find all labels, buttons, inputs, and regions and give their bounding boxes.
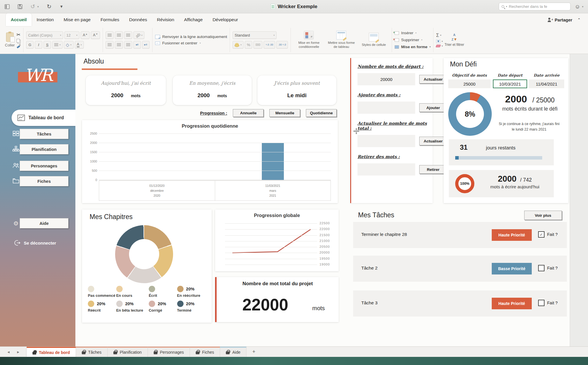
add-words-input[interactable] [357, 102, 415, 114]
font-color-button[interactable]: A▾ [75, 41, 84, 48]
feedback-dropdown-icon[interactable]: ▾ [582, 5, 583, 8]
cut-icon[interactable]: ✂ [17, 32, 21, 37]
decrease-decimal-button[interactable]: .00 +.0 [276, 41, 288, 48]
align-middle-button[interactable] [115, 31, 123, 39]
date-depart-header: Date départ [492, 73, 528, 77]
date-depart-cell-selected[interactable]: 10/03/2021 [493, 79, 527, 88]
fill-down-icon[interactable]: ▼ [436, 39, 440, 43]
align-top-button[interactable] [106, 31, 114, 39]
voir-plus-button[interactable]: Voir plus [524, 211, 562, 220]
search-scope-dropdown-icon[interactable]: ▾ [506, 5, 507, 8]
increase-decimal-button[interactable]: +.0 .00 [264, 41, 275, 48]
copy-icon[interactable] [17, 39, 20, 43]
date-arrivee-cell[interactable]: 11/04/2021 [529, 79, 564, 88]
underline-button[interactable]: S [43, 41, 51, 48]
tab-accueil[interactable]: Accueil [6, 13, 32, 26]
sheet-tab-tableau-de-bord[interactable]: Tableau de bord [27, 347, 76, 357]
tab-insertion[interactable]: Insertion [32, 13, 59, 26]
ribbon-collapse-icon[interactable]: ⌃ [578, 18, 580, 22]
feedback-smiley-icon[interactable]: ☺ [575, 3, 580, 10]
redo-icon[interactable]: ↻ [47, 4, 51, 9]
autosum-icon[interactable]: Σ [436, 33, 439, 38]
remove-words-input[interactable] [357, 163, 415, 176]
italic-button[interactable]: I [35, 41, 42, 48]
remove-words-button[interactable]: Retirer [419, 165, 447, 174]
start-words-refresh-button[interactable]: Actualiser [419, 75, 447, 84]
search-input[interactable]: ▾ Rechercher dans la fe [499, 3, 571, 10]
font-size-select[interactable]: 12▾ [64, 31, 79, 39]
sidebar-item-tableau-de-bord[interactable]: Tableau de bord [0, 110, 75, 126]
undo-icon[interactable]: ↺ [30, 4, 35, 9]
add-sheet-button[interactable]: + [246, 347, 261, 357]
wrap-text-button[interactable]: Renvoyer à la ligne automatiquement [155, 35, 227, 39]
done-checkbox[interactable]: ✓ [538, 231, 545, 238]
number-format-select[interactable]: Standard▾ [233, 31, 277, 39]
format-painter-icon[interactable] [17, 44, 21, 48]
insert-cells-button[interactable]: Insérer ▾ [395, 31, 416, 35]
sort-filter-button[interactable]: AZ▼ Trier et filtrer [444, 33, 464, 47]
objectif-cell[interactable]: 25000 [448, 79, 491, 88]
sheet-prev-icon[interactable]: ◂ [7, 349, 10, 355]
add-words-button[interactable]: Ajouter [419, 103, 447, 112]
share-button[interactable]: + Partager ⌃ [540, 13, 588, 26]
logout-button[interactable]: Se déconnecter [0, 238, 75, 247]
format-as-table-button[interactable]: Mettre sous forme de tableau [326, 31, 357, 49]
done-checkbox[interactable]: ✓ [538, 300, 545, 306]
planning-org-icon [12, 146, 20, 153]
sheet-tab-personnages[interactable]: Personnages [148, 347, 190, 357]
task-label: Terminer le chapitre 28 [361, 232, 407, 237]
sidebar-item-fiches[interactable]: Fiches [0, 176, 75, 186]
sidebar-item-taches[interactable]: Tâches [0, 129, 75, 139]
bold-button[interactable]: G [26, 41, 34, 48]
cell-styles-button[interactable]: Styles de cellule [358, 33, 389, 47]
delete-cells-button[interactable]: Supprimer ▾ [395, 38, 422, 42]
tab-affichage[interactable]: Affichage [179, 13, 208, 26]
undo-dropdown-icon[interactable]: ▾ [37, 5, 39, 8]
progression-annuelle-button[interactable]: Annuelle [233, 109, 264, 117]
format-cells-button[interactable]: Mise en forme ▾ [395, 45, 431, 49]
progression-mensuelle-button[interactable]: Mensuelle [269, 109, 300, 117]
view-toggle-icon[interactable] [5, 4, 10, 9]
shrink-font-button[interactable]: A▼ [91, 31, 100, 39]
tab-revision[interactable]: Révision [152, 13, 179, 26]
tab-mise-en-page[interactable]: Mise en page [59, 13, 96, 26]
grow-font-button[interactable]: A▲ [81, 31, 90, 39]
font-name-select[interactable]: Calibri (Corps)▾ [26, 31, 63, 39]
done-checkbox[interactable]: ✓ [538, 265, 545, 271]
sheet-tab-fiches[interactable]: Fiches [190, 347, 220, 357]
tab-donnees[interactable]: Données [124, 13, 152, 26]
more-actions-icon[interactable]: ▼ [59, 5, 63, 8]
borders-button[interactable]: ▾ [52, 41, 63, 48]
update-total-input[interactable] [357, 135, 415, 147]
save-icon[interactable] [18, 4, 22, 9]
currency-button[interactable]: ▾ [233, 41, 244, 48]
paste-button[interactable]: Coller [5, 32, 15, 47]
align-bottom-button[interactable] [124, 31, 132, 39]
increase-indent-button[interactable]: ▸≡ [142, 41, 150, 48]
sheet-tab-planification[interactable]: Planification [108, 347, 148, 357]
thousands-button[interactable]: 000 [253, 41, 262, 48]
objectif-header: Objectif de mots [448, 73, 491, 77]
decrease-indent-button[interactable]: ◂≡ [133, 41, 141, 48]
merge-center-button[interactable]: Fusionner et centrer ▾ [155, 41, 201, 45]
sheet-tab-aide[interactable]: Aide [220, 347, 246, 357]
sheet-next-icon[interactable]: ▸ [17, 349, 19, 355]
tab-developpeur[interactable]: Développeur [208, 13, 243, 26]
sheet-tab-taches[interactable]: Tâches [76, 347, 108, 357]
start-words-input[interactable] [357, 73, 415, 85]
conditional-formatting-button[interactable]: Mise en forme conditionnelle [293, 31, 324, 49]
sidebar-item-personnages[interactable]: Personnages [0, 161, 75, 171]
tab-formules[interactable]: Formules [96, 13, 124, 26]
total-words-card: Nombre de mot total du projet 22000 mots [215, 277, 339, 322]
align-center-button[interactable] [115, 41, 123, 48]
fill-color-button[interactable]: ◇▾ [64, 41, 74, 48]
sidebar-item-planification[interactable]: Planification [0, 144, 75, 154]
update-total-button[interactable]: Actualiser [419, 137, 447, 145]
clear-icon[interactable] [436, 45, 441, 47]
align-left-button[interactable] [106, 41, 114, 48]
sidebar-item-aide[interactable]: ⚙ Aide [0, 218, 75, 228]
percent-button[interactable]: % [245, 41, 252, 48]
orientation-button[interactable]: ab▾ [133, 31, 145, 39]
progression-quotidienne-button[interactable]: Quotidienne [306, 109, 337, 117]
align-right-button[interactable] [124, 41, 132, 48]
